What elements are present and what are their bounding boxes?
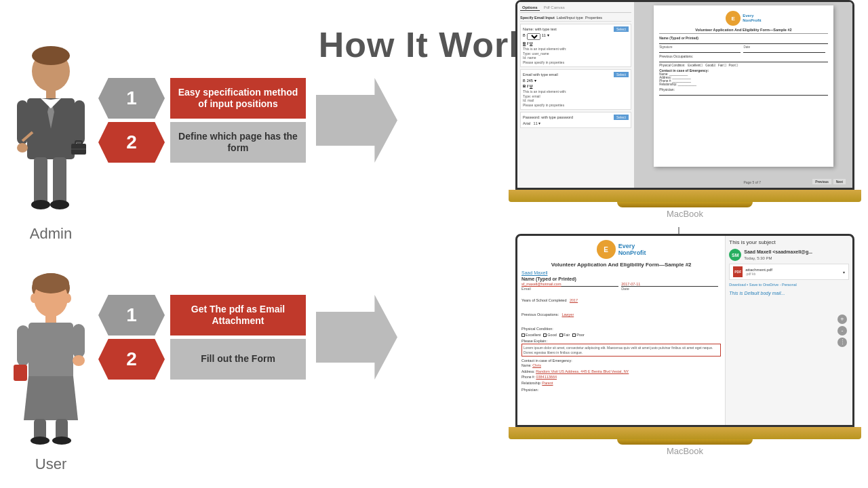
form-item-name: Name: with type text Select B 11 ▾ B <box>520 24 631 67</box>
form-item-email: Email with type email Select B 245 ▾ B I <box>520 69 631 110</box>
date-field: Date <box>743 45 825 53</box>
tab-specify[interactable]: Specify Email Input <box>520 16 555 20</box>
user-hexagons: 1 2 <box>98 295 165 380</box>
underline-btn-e[interactable]: U <box>530 84 532 88</box>
nav-more-btn[interactable]: ⋮ <box>837 338 847 347</box>
poor-option: Poor <box>572 333 585 337</box>
download-link[interactable]: Download <box>729 283 745 287</box>
admin-desc2: Define which page has the form <box>170 122 306 163</box>
svg-point-34 <box>52 436 71 445</box>
svg-rect-16 <box>53 157 66 205</box>
user-laptop-stand <box>617 439 753 445</box>
form-date-field: 2017-07-11 Date <box>621 282 718 291</box>
condition-row: Physical Condition: Excellent☐ Good☑ Fai… <box>659 64 827 67</box>
email-size-controls: B 245 ▾ <box>523 79 629 83</box>
prev-btn[interactable]: Previous <box>812 179 831 184</box>
user-step2-hex: 2 <box>98 339 165 380</box>
email-desc: This is an input element with: Type: ema… <box>523 89 629 107</box>
nav-minus-btn[interactable]: - <box>837 326 847 336</box>
emergency-details: Name: Chris Address: Random Visit US Add… <box>521 363 721 386</box>
svg-point-17 <box>31 200 50 209</box>
tab-properties[interactable]: Properties <box>585 16 602 20</box>
pdf-page: E EveryNonProfit Volunteer Application A… <box>654 5 833 167</box>
admin-hexagons: 1 2 <box>98 78 165 163</box>
text-tools-email: B I U <box>523 84 629 88</box>
text-tools-name: B I U <box>523 41 629 45</box>
sidebar-tabs: Options Pdf Canvas <box>520 5 631 13</box>
page-indicator: Page 5 of 7 <box>743 180 761 184</box>
sender-time: Today, 5:30 PM <box>744 256 812 261</box>
main-layout: How It Works <box>0 0 868 488</box>
select-btn-email[interactable]: Select <box>614 72 629 77</box>
email-attachment: PDF attachment.pdf .pdf kb ▾ <box>729 264 849 280</box>
physician-label: Physician: <box>521 388 721 392</box>
admin-desc1: Easy specification method of input posit… <box>170 78 306 119</box>
form-email-split: E EveryNonProfit Volunteer Application A… <box>517 236 852 425</box>
admin-desc-col: Easy specification method of input posit… <box>170 78 306 163</box>
pdf-form-title: Volunteer Application And Eligibility Fo… <box>659 28 827 34</box>
date-label: Date <box>621 287 718 291</box>
fair-option: Fair <box>559 333 570 337</box>
admin-steps: 1 2 Easy specification method of input p… <box>98 78 397 163</box>
emergency-phone: 0384113664 <box>536 375 557 379</box>
user-figure: User <box>7 264 95 473</box>
condition-checkboxes: Excellent Good Fair Poor <box>521 333 721 337</box>
save-to-onedrive-link[interactable]: Save to OneDrive - Personal <box>749 283 797 287</box>
admin-figure: Admin <box>7 41 95 243</box>
svg-point-21 <box>33 273 69 293</box>
pwd-font: Arial 11 ▾ <box>523 121 629 125</box>
svg-rect-28 <box>14 365 27 381</box>
sender-name: Saad Maxell <saadmaxell@g... <box>744 249 812 256</box>
date-line <box>743 49 825 53</box>
name-field: Name (Typed or Printed) <box>659 36 827 44</box>
pdf-sidebar: Options Pdf Canvas Specify Email Input L… <box>517 2 635 188</box>
bold-btn[interactable]: B <box>523 41 526 45</box>
italic-btn-e[interactable]: I <box>527 84 528 88</box>
select-btn-pwd[interactable]: Select <box>614 115 629 120</box>
font-select[interactable] <box>527 33 540 40</box>
svg-rect-9 <box>74 100 85 144</box>
user-label: User <box>7 455 95 473</box>
email-date-row: sf_maxell@hotmail.com Email 2017-07-11 D… <box>521 282 721 291</box>
name-line <box>659 40 827 44</box>
next-btn[interactable]: Next <box>833 179 846 184</box>
svg-rect-29 <box>73 324 85 358</box>
admin-laptop: Options Pdf Canvas Specify Email Input L… <box>502 0 868 230</box>
admin-avatar <box>14 41 88 217</box>
pdf-editor: Options Pdf Canvas Specify Email Input L… <box>517 2 852 188</box>
admin-step1-hex: 1 <box>98 78 165 119</box>
form-link-name[interactable]: Saad Maxell <box>521 270 721 275</box>
user-desc1: Get The pdf as Email Attachment <box>170 295 306 336</box>
form-logo-area: E EveryNonProfit <box>521 240 721 259</box>
form-panel: E EveryNonProfit Volunteer Application A… <box>517 236 725 425</box>
item-pwd-label: Password: with type password <box>523 115 573 119</box>
admin-laptop-screen: Options Pdf Canvas Specify Email Input L… <box>515 0 854 190</box>
form-email-field: sf_maxell@hotmail.com Email <box>521 282 618 291</box>
select-btn-name[interactable]: Select <box>614 26 629 32</box>
underline-btn[interactable]: U <box>530 41 532 45</box>
attachment-arrow: ▾ <box>843 270 845 274</box>
sig-field: Signature <box>659 45 741 53</box>
svg-rect-15 <box>34 157 47 205</box>
emergency-section: Contact in case of Emergency: Name: ____… <box>659 68 827 86</box>
tab-options[interactable]: Options <box>520 5 540 11</box>
admin-laptop-base <box>509 190 861 202</box>
pdf-canvas: E EveryNonProfit Volunteer Application A… <box>635 2 852 188</box>
explain-label: Please Explain: <box>521 339 721 343</box>
nav-plus-btn[interactable]: + <box>837 314 847 324</box>
bold-btn-e[interactable]: B <box>523 84 526 88</box>
svg-point-18 <box>50 200 69 209</box>
occupation-value: Lawyer <box>561 312 574 317</box>
occupation-section: Previous Occupations: Lawyer <box>521 306 721 319</box>
user-avatar <box>14 264 88 447</box>
email-sender: SM Saad Maxell <saadmaxell@g... Today, 5… <box>729 249 849 261</box>
tab-label[interactable]: Label/Input type <box>557 16 583 20</box>
form-item-password: Password: with type password Select Aria… <box>520 112 631 128</box>
years-label: Years of School Completed <box>521 298 566 302</box>
user-desc-col: Get The pdf as Email Attachment Fill out… <box>170 295 306 380</box>
tab-pdf-canvas[interactable]: Pdf Canvas <box>542 5 567 11</box>
svg-rect-3 <box>46 90 56 100</box>
physician-section: Physician: <box>659 87 827 96</box>
italic-btn[interactable]: I <box>527 41 528 45</box>
form-title: Volunteer Application And Eligibility Fo… <box>521 262 721 268</box>
